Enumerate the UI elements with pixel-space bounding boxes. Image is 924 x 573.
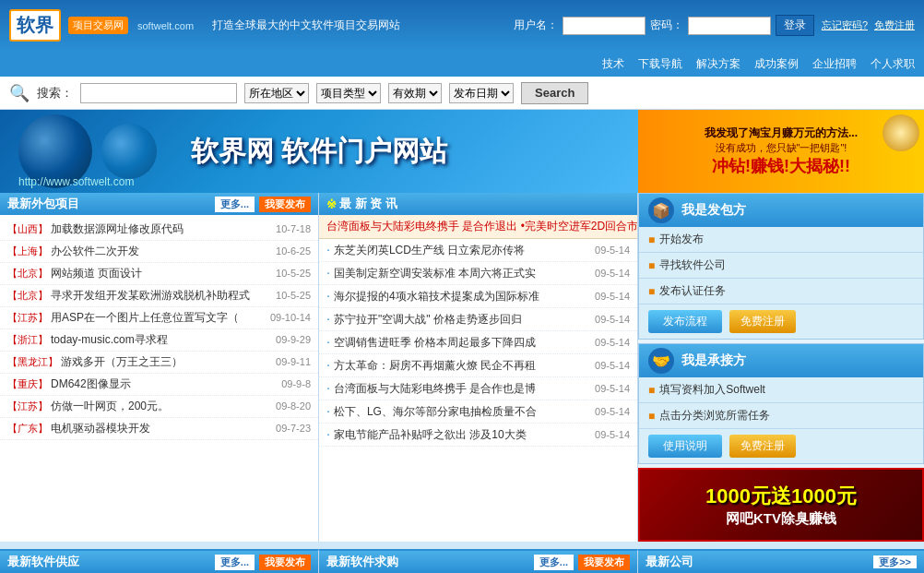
date-filter[interactable]: 发布日期 (449, 83, 514, 103)
news-item: ·家电节能产品补贴呼之欲出 涉及10大类09-5-14 (319, 424, 637, 447)
project-date: 09-9-29 (276, 334, 311, 345)
password-label: 密码： (650, 18, 683, 33)
contractor-link-browse[interactable]: 点击分类浏览所需任务 (659, 408, 770, 424)
project-location[interactable]: 【浙江】 (7, 333, 48, 347)
nav-item-cases[interactable]: 成功案例 (754, 56, 799, 72)
left-publish-button[interactable]: 我要发布 (259, 197, 311, 212)
ad-banner-top[interactable]: 我发现了淘宝月赚万元的方法... 没有成功，您只缺"一把钥匙"! 冲钻!赚钱!大… (638, 110, 924, 193)
project-location[interactable]: 【北京】 (7, 289, 48, 303)
logo-area: 软界 项目交易网 softwelt.com 打造全球最大的中文软件项目交易网站 (9, 9, 400, 42)
nav-item-tech[interactable]: 技术 (602, 56, 624, 72)
news-text[interactable]: 苏宁拉开"空调大战" 价格走势逐步回归 (334, 312, 590, 328)
bottom-left-publish[interactable]: 我要发布 (259, 555, 311, 570)
contractor-register-button[interactable]: 免费注册 (729, 435, 796, 458)
project-list: 【山西】加载数据源网址修改原代码10-7-18【上海】办公软件二次开发10-6-… (0, 215, 318, 444)
project-location[interactable]: 【黑龙江】 (7, 355, 58, 369)
project-location[interactable]: 【江苏】 (7, 311, 48, 325)
publish-link-start[interactable]: 开始发布 (659, 232, 704, 247)
nav-item-jobs[interactable]: 企业招聘 (812, 56, 857, 72)
publish-link-cert[interactable]: 发布认证任务 (659, 283, 726, 299)
ad-line2: 没有成功，您只缺"一把钥匙"! (706, 141, 857, 155)
publish-item-1[interactable]: ■ 开始发布 (639, 227, 923, 253)
nav-item-solutions[interactable]: 解决方案 (696, 56, 740, 72)
news-date: 09-5-14 (595, 406, 630, 417)
project-date: 09-10-14 (270, 312, 311, 323)
news-text[interactable]: 国美制定新空调安装标准 本周六将正式实 (334, 266, 590, 281)
project-title[interactable]: 办公软件二次开发 (51, 244, 271, 259)
register-link[interactable]: 免费注册 (874, 18, 915, 32)
site-url: softwelt.com (137, 20, 194, 31)
project-title[interactable]: DM642图像显示 (51, 376, 277, 392)
project-location[interactable]: 【山西】 (7, 222, 48, 236)
project-title[interactable]: 电机驱动器模块开发 (51, 421, 271, 436)
search-input[interactable] (80, 83, 237, 103)
project-location[interactable]: 【北京】 (7, 267, 48, 281)
news-text[interactable]: 东芝关闭英LCD生产线 日立索尼亦传将 (334, 243, 590, 258)
center-column: ※ 最 新 资 讯 台湾面板与大陆彩电终携手 是合作退出 •完美时空进军2D回合… (318, 193, 638, 542)
news-text[interactable]: 松下、LG、海尔等部分家电抽检质量不合 (334, 404, 590, 420)
news-bullet: · (326, 334, 330, 349)
news-text[interactable]: 家电节能产品补贴呼之欲出 涉及10大类 (334, 427, 590, 443)
project-item: 【北京】网站频道 页面设计10-5-25 (0, 263, 318, 285)
news-date: 09-5-14 (595, 383, 630, 394)
search-button[interactable]: Search (521, 82, 588, 104)
news-item: ·苏宁拉开"空调大战" 价格走势逐步回归09-5-14 (319, 308, 637, 331)
project-location[interactable]: 【重庆】 (7, 377, 48, 391)
bottom-center: 最新软件求购 更多... 我要发布 【重庆】 出售办公自动化OA源码OA源代码C… (318, 549, 638, 573)
forgot-password-link[interactable]: 忘记密码? (822, 18, 868, 32)
news-date: 09-5-14 (595, 268, 630, 279)
region-filter[interactable]: 所在地区 (244, 83, 309, 103)
news-text[interactable]: 海尔提报的4项水箱技术提案成为国际标准 (334, 289, 590, 304)
bottom-left-more[interactable]: 更多... (215, 555, 255, 570)
publish-register-button[interactable]: 免费注册 (729, 310, 796, 333)
bottom-center-more[interactable]: 更多... (534, 555, 574, 570)
project-title[interactable]: 网站频道 页面设计 (51, 266, 271, 281)
publish-item-3[interactable]: ■ 发布认证任务 (639, 279, 923, 304)
nav-item-personal[interactable]: 个人求职 (871, 56, 915, 72)
ad-banner-middle[interactable]: 1000元送1000元 网吧KTV除臭赚钱 (638, 468, 924, 542)
project-title[interactable]: today-music.com寻求程 (51, 332, 271, 348)
news-item: ·东芝关闭英LCD生产线 日立索尼亦传将09-5-14 (319, 239, 637, 262)
contractor-flow-button[interactable]: 使用说明 (648, 435, 722, 458)
login-button[interactable]: 登录 (776, 15, 814, 36)
news-date: 09-5-14 (595, 245, 630, 256)
left-more-button[interactable]: 更多... (215, 197, 255, 212)
publish-box-header: 📦 我是发包方 (639, 194, 923, 227)
publish-link-find[interactable]: 寻找软件公司 (659, 257, 726, 273)
bottom-center-publish[interactable]: 我要发布 (578, 555, 630, 570)
bottom-left: 最新软件供应 更多... 我要发布 【重庆】 出售OA源码办公自动化大型OA源代… (0, 549, 318, 573)
bottom-right-more[interactable]: 更多>> (873, 555, 917, 568)
contractor-item-1[interactable]: ■ 填写资料加入Softwelt (639, 377, 923, 403)
left-column: 最新外包项目 更多... 我要发布 【山西】加载数据源网址修改原代码10-7-1… (0, 193, 318, 542)
nav-item-download[interactable]: 下载导航 (638, 56, 682, 72)
project-title[interactable]: 寻求开发组开发某欧洲游戏脱机补助程式 (51, 288, 271, 304)
project-location[interactable]: 【江苏】 (7, 400, 48, 413)
news-text[interactable]: 台湾面板与大陆彩电终携手 是合作也是博 (334, 381, 590, 397)
project-date: 10-5-25 (276, 290, 311, 301)
contractor-item-2[interactable]: ■ 点击分类浏览所需任务 (639, 403, 923, 429)
news-text[interactable]: 空调销售进旺季 价格本周起最多下降四成 (334, 335, 590, 351)
contractor-box-title: 我是承接方 (681, 352, 746, 369)
news-item: ·方太革命：厨房不再烟薰火燎 民企不再租09-5-14 (319, 354, 637, 377)
project-date: 10-7-18 (276, 223, 311, 234)
contractor-link-fill[interactable]: 填写资料加入Softwelt (659, 382, 765, 398)
project-title[interactable]: 用ASP在一个图片上任意位置写文字（ (51, 310, 266, 326)
project-location[interactable]: 【上海】 (7, 245, 48, 258)
news-text[interactable]: 方太革命：厨房不再烟薰火燎 民企不再租 (334, 358, 590, 374)
news-item: ·松下、LG、海尔等部分家电抽检质量不合09-5-14 (319, 400, 637, 424)
validity-filter[interactable]: 有效期 (388, 83, 442, 103)
project-title[interactable]: 游戏多开（万王之王三） (61, 354, 271, 370)
password-input[interactable] (688, 17, 771, 35)
publish-flow-button[interactable]: 发布流程 (648, 310, 722, 333)
bottom-left-header: 最新软件供应 更多... 我要发布 (0, 551, 318, 573)
publish-item-2[interactable]: ■ 寻找软件公司 (639, 253, 923, 279)
project-date: 09-9-11 (276, 356, 311, 367)
project-title[interactable]: 仿做一叶网页，200元。 (51, 399, 271, 414)
news-item: ·空调销售进旺季 价格本周起最多下降四成09-5-14 (319, 331, 637, 354)
type-filter[interactable]: 项目类型 (316, 83, 381, 103)
news-list: ·东芝关闭英LCD生产线 日立索尼亦传将09-5-14·国美制定新空调安装标准 … (319, 239, 637, 447)
project-item: 【山西】加载数据源网址修改原代码10-7-18 (0, 219, 318, 241)
project-location[interactable]: 【广东】 (7, 422, 48, 436)
project-title[interactable]: 加载数据源网址修改原代码 (51, 221, 271, 237)
username-input[interactable] (563, 17, 646, 35)
